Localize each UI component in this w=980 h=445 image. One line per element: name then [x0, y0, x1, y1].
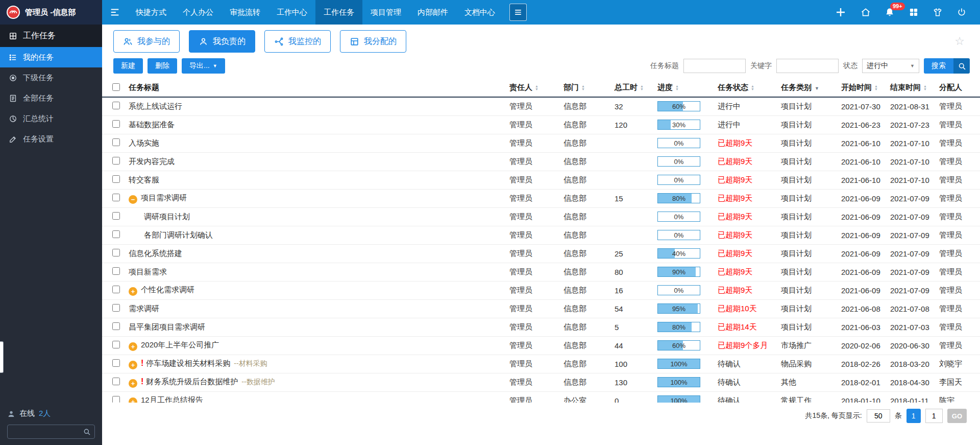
search-button[interactable]: 搜索 — [924, 58, 970, 74]
task-title-link[interactable]: 基础数据准备 — [129, 120, 175, 129]
nav-item-文档中心[interactable]: 文档中心 — [456, 0, 503, 25]
table-row[interactable]: 信息化系统搭建管理员信息部2540%已超期9天项目计划2021-06-09202… — [102, 244, 980, 263]
row-checkbox[interactable] — [112, 138, 120, 146]
nav-item-审批流转[interactable]: 审批流转 — [222, 0, 268, 25]
view-tab-我负责的[interactable]: 我负责的 — [189, 30, 255, 53]
task-title-link[interactable]: 转交客服 — [129, 175, 159, 184]
nav-item-快捷方式[interactable]: 快捷方式 — [128, 0, 175, 25]
nav-item-内部邮件[interactable]: 内部邮件 — [409, 0, 456, 25]
row-checkbox[interactable] — [112, 322, 120, 330]
sidebar-search-icon[interactable] — [83, 428, 91, 436]
sidebar-item-任务设置[interactable]: 任务设置 — [0, 129, 102, 149]
sort-icon[interactable]: ▲▼ — [535, 85, 538, 91]
row-checkbox[interactable] — [112, 212, 120, 220]
go-button[interactable]: GO — [947, 409, 967, 423]
table-row[interactable]: 开发内容完成管理员信息部0%已超期9天项目计划2021-06-102021-07… — [102, 152, 980, 171]
row-checkbox[interactable] — [112, 378, 120, 385]
filter-dropdown-icon[interactable]: ▼ — [815, 86, 819, 91]
sidebar-item-全部任务[interactable]: 全部任务 — [0, 88, 102, 108]
sort-icon[interactable]: ▲▼ — [923, 85, 927, 91]
row-checkbox[interactable] — [112, 249, 120, 256]
sort-icon[interactable]: ▲▼ — [874, 85, 878, 91]
table-row[interactable]: 系统上线试运行管理员信息部3260%进行中项目计划2021-07-302021-… — [102, 97, 980, 115]
column-header-任务类别[interactable]: 任务类别▼ — [779, 79, 839, 97]
table-row[interactable]: +2020年上半年公司推广管理员信息部4460%已超期9个多月市场推广2020-… — [102, 336, 980, 355]
table-row[interactable]: +!财务系统升级后台数据维护--数据维护管理员信息部130100%待确认其他20… — [102, 373, 980, 391]
bell-wrap[interactable]: 99+ — [885, 7, 895, 17]
expand-icon[interactable]: + — [129, 342, 137, 351]
column-header-开始时间[interactable]: 开始时间▲▼ — [839, 79, 888, 97]
export-button[interactable]: 导出... ▼ — [182, 58, 225, 74]
home-icon[interactable] — [861, 7, 871, 17]
row-checkbox[interactable] — [112, 175, 120, 183]
sort-icon[interactable]: ▲▼ — [751, 85, 754, 91]
column-header-结束时间[interactable]: 结束时间▲▼ — [888, 79, 937, 97]
table-row[interactable]: +!停车场建设相关材料采购--材料采购管理员信息部100100%待确认物品采购2… — [102, 355, 980, 373]
task-title-link[interactable]: 需求调研 — [129, 304, 159, 313]
expand-icon[interactable]: + — [129, 361, 137, 369]
more-menus-button[interactable] — [509, 4, 527, 21]
column-header-任务状态[interactable]: 任务状态▲▼ — [716, 79, 779, 97]
row-checkbox[interactable] — [112, 341, 120, 348]
row-checkbox[interactable] — [112, 194, 120, 201]
sort-icon[interactable]: ▲▼ — [640, 85, 644, 91]
page-jump-input[interactable] — [925, 409, 943, 423]
task-title-link[interactable]: 信息化系统搭建 — [129, 249, 182, 257]
row-checkbox[interactable] — [112, 157, 120, 165]
view-tab-我监控的[interactable]: 我监控的 — [264, 30, 331, 53]
table-row[interactable]: 入场实施管理员信息部0%已超期9天项目计划2021-06-102021-07-1… — [102, 134, 980, 152]
nav-item-工作中心[interactable]: 工作中心 — [268, 0, 315, 25]
column-header-进度[interactable]: 进度▲▼ — [655, 79, 716, 97]
task-title-link[interactable]: 调研项目计划 — [144, 212, 190, 221]
table-row[interactable]: +个性化需求调研管理员信息部160%已超期9天项目计划2021-06-09202… — [102, 281, 980, 299]
nav-item-工作任务[interactable]: 工作任务 — [315, 0, 362, 25]
theme-icon[interactable] — [933, 7, 943, 17]
sort-icon[interactable]: ▲▼ — [675, 85, 679, 91]
column-header-总工时[interactable]: 总工时▲▼ — [612, 79, 655, 97]
task-title-link[interactable]: 财务系统升级后台数据维护 — [146, 377, 238, 386]
task-title-link[interactable]: 项目需求调研 — [141, 193, 187, 202]
nav-item-个人办公[interactable]: 个人办公 — [175, 0, 222, 25]
table-row[interactable]: 各部门调研计划确认管理员信息部0%已超期9天项目计划2021-06-092021… — [102, 226, 980, 244]
table-row[interactable]: 项目新需求管理员信息部8090%已超期9天项目计划2021-06-092021-… — [102, 263, 980, 281]
task-title-link[interactable]: 个性化需求调研 — [141, 285, 194, 294]
apps-grid-icon[interactable] — [909, 7, 919, 17]
task-title-link[interactable]: 昌平集团项目需求调研 — [129, 322, 205, 331]
table-row[interactable]: +12月工作总结报告管理员办公室0100%待确认常规工作2018-01-1020… — [102, 391, 980, 403]
sidebar-search-input[interactable] — [7, 425, 95, 439]
page-size-input[interactable] — [867, 409, 890, 423]
expand-icon[interactable]: + — [129, 379, 137, 388]
table-row[interactable]: 需求调研管理员信息部5495%已超期10天项目计划2021-06-082021-… — [102, 299, 980, 318]
current-page-button[interactable]: 1 — [906, 409, 921, 423]
quick-add-icon[interactable] — [835, 6, 847, 18]
row-checkbox[interactable] — [112, 359, 120, 367]
sort-icon[interactable]: ▲▼ — [581, 85, 585, 91]
row-checkbox[interactable] — [112, 230, 120, 238]
task-title-link[interactable]: 各部门调研计划确认 — [144, 230, 213, 239]
task-title-link[interactable]: 入场实施 — [129, 138, 159, 147]
sidebar-item-下级任务[interactable]: 下级任务 — [0, 67, 102, 88]
view-tab-我参与的[interactable]: 我参与的 — [113, 30, 180, 53]
row-checkbox[interactable] — [112, 120, 120, 128]
sidebar-resize-handle[interactable] — [0, 341, 4, 373]
view-tab-我分配的[interactable]: 我分配的 — [340, 30, 406, 53]
row-checkbox[interactable] — [112, 267, 120, 275]
task-title-filter-input[interactable] — [683, 59, 746, 73]
row-checkbox[interactable] — [112, 304, 120, 312]
task-title-link[interactable]: 停车场建设相关材料采购 — [146, 359, 230, 367]
column-header-部门[interactable]: 部门▲▼ — [561, 79, 612, 97]
expand-icon[interactable]: + — [129, 287, 137, 296]
online-users[interactable]: 在线 2人 — [7, 409, 95, 418]
sidebar-item-汇总统计[interactable]: 汇总统计 — [0, 108, 102, 129]
table-row[interactable]: −项目需求调研管理员信息部1580%已超期9天项目计划2021-06-09202… — [102, 189, 980, 207]
nav-item-项目管理[interactable]: 项目管理 — [362, 0, 409, 25]
select-all-checkbox[interactable] — [112, 83, 120, 91]
expand-icon[interactable]: + — [129, 397, 137, 403]
row-checkbox[interactable] — [112, 396, 120, 403]
table-row[interactable]: 转交客服管理员信息部0%已超期9天项目计划2021-06-102021-07-1… — [102, 171, 980, 189]
table-row[interactable]: 昌平集团项目需求调研管理员信息部580%已超期14天项目计划2021-06-03… — [102, 318, 980, 336]
column-header-责任人[interactable]: 责任人▲▼ — [507, 79, 561, 97]
sidebar-item-我的任务[interactable]: 我的任务 — [0, 47, 102, 67]
table-row[interactable]: 基础数据准备管理员信息部12030%进行中项目计划2021-06-232021-… — [102, 115, 980, 134]
new-button[interactable]: 新建 — [113, 58, 143, 74]
